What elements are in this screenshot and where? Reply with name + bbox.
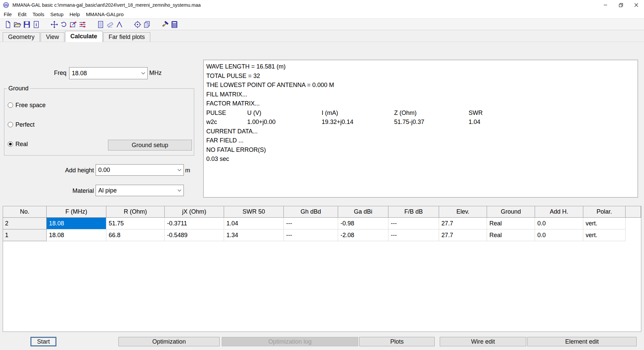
- close-button[interactable]: [629, 0, 644, 10]
- close-icon: [634, 3, 638, 7]
- col-polar: Polar.: [583, 206, 626, 218]
- tab-view[interactable]: View: [41, 32, 64, 42]
- add-height-combobox[interactable]: 0.00: [96, 164, 184, 176]
- col-no: No.: [3, 206, 47, 218]
- menu-file[interactable]: File: [1, 10, 15, 18]
- pulse-col: SWR: [469, 108, 635, 118]
- chevron-down-icon: [139, 72, 147, 75]
- tab-calculate[interactable]: Calculate: [65, 31, 103, 42]
- table-cell[interactable]: vert.: [583, 229, 626, 241]
- element-edit-button[interactable]: Element edit: [527, 337, 637, 346]
- table-cell[interactable]: vert.: [583, 218, 626, 229]
- radio-perfect-label: Perfect: [15, 121, 35, 128]
- start-button[interactable]: Start: [31, 337, 56, 346]
- menu-setup[interactable]: Setup: [47, 10, 66, 18]
- table-row: 2 18.08 51.75 -0.3711 1.04 --- -0.98 ---…: [3, 218, 641, 229]
- chevron-down-icon: [175, 189, 183, 192]
- pulse-cell: w2c: [206, 118, 247, 127]
- eraser-button[interactable]: [105, 20, 115, 29]
- table-cell[interactable]: 66.8: [106, 229, 165, 241]
- open-file-button[interactable]: [13, 20, 22, 29]
- table-cell[interactable]: -0.5489: [165, 229, 224, 241]
- table-cell[interactable]: -0.98: [338, 218, 388, 229]
- triangle-icon: [115, 20, 123, 29]
- info-icon: i: [32, 20, 40, 29]
- move-button[interactable]: [50, 20, 59, 29]
- app-window: MMANA-GAL basic c:\mmana-gal_basic\ant\2…: [0, 0, 644, 350]
- col-ground: Ground: [487, 206, 535, 218]
- menu-edit[interactable]: Edit: [15, 10, 30, 18]
- target-icon: [133, 20, 142, 29]
- col-f-mhz: F (MHz): [47, 206, 106, 218]
- menu-help[interactable]: Help: [66, 10, 83, 18]
- table-cell[interactable]: -2.08: [338, 229, 388, 241]
- title-bar: MMANA-GAL basic c:\mmana-gal_basic\ant\2…: [0, 0, 644, 10]
- document-button[interactable]: [96, 20, 105, 29]
- output-line: FACTOR MATRIX...: [206, 99, 635, 108]
- open-file-icon: [13, 20, 21, 29]
- export-window-button[interactable]: [68, 20, 78, 29]
- output-line: CURRENT DATA...: [206, 127, 635, 136]
- info-button[interactable]: i: [32, 20, 41, 29]
- rotate-button[interactable]: [59, 20, 68, 29]
- table-cell[interactable]: Real: [487, 218, 535, 229]
- output-line: 0.03 sec: [206, 155, 635, 164]
- tab-far-field-plots[interactable]: Far field plots: [103, 32, 150, 42]
- new-file-button[interactable]: [3, 20, 13, 29]
- target-button[interactable]: [133, 20, 142, 29]
- material-combobox[interactable]: Al pipe: [96, 185, 184, 196]
- col-r-ohm: R (Ohm): [106, 206, 165, 218]
- output-line: THE LOWEST POINT OF ANTENNA = 0.000 M: [206, 81, 635, 90]
- col-elev: Elev.: [439, 206, 487, 218]
- freq-value: 18.08: [69, 70, 139, 77]
- plots-button[interactable]: Plots: [359, 337, 435, 346]
- triangle-button[interactable]: [115, 20, 124, 29]
- table-cell[interactable]: -0.3711: [165, 218, 224, 229]
- output-line: WAVE LENGTH = 16.581 (m): [206, 62, 635, 72]
- radio-perfect[interactable]: Perfect: [8, 121, 35, 128]
- radio-free-space[interactable]: Free space: [8, 102, 46, 108]
- tools-button[interactable]: [160, 20, 170, 29]
- table-cell[interactable]: 51.75: [106, 218, 165, 229]
- settings-sliders-button[interactable]: [78, 20, 87, 29]
- radio-real[interactable]: Real: [8, 141, 28, 147]
- ground-groupbox: Ground Free space Perfect Real Ground se…: [4, 88, 194, 156]
- radio-free-space-label: Free space: [15, 102, 46, 109]
- table-cell[interactable]: 18.08: [47, 229, 106, 241]
- row-header[interactable]: 1: [3, 229, 47, 241]
- table-cell[interactable]: Real: [487, 229, 535, 241]
- material-value: Al pipe: [96, 187, 175, 194]
- table-cell[interactable]: 0.0: [535, 218, 583, 229]
- table-cell[interactable]: 0.0: [535, 229, 583, 241]
- output-line: TOTAL PULSE = 32: [206, 72, 635, 81]
- table-cell[interactable]: 1.34: [224, 229, 284, 241]
- table-cell[interactable]: ---: [284, 218, 338, 229]
- menu-mmana-galpro[interactable]: MMANA-GALpro: [83, 10, 127, 18]
- wire-edit-button[interactable]: Wire edit: [440, 337, 526, 346]
- row-header[interactable]: 2: [3, 218, 47, 229]
- restore-button[interactable]: [613, 0, 629, 10]
- table-cell[interactable]: 27.7: [439, 218, 487, 229]
- freq-combobox[interactable]: 18.08: [69, 67, 148, 79]
- table-cell[interactable]: 27.7: [439, 229, 487, 241]
- export-window-icon: [69, 20, 77, 29]
- table-cell[interactable]: ---: [284, 229, 338, 241]
- save-icon: [23, 20, 31, 29]
- tab-geometry[interactable]: Geometry: [3, 32, 40, 42]
- pulse-col: PULSE: [206, 108, 247, 118]
- calculator-button[interactable]: [170, 20, 179, 29]
- optimization-log-button: Optimization log: [222, 337, 358, 346]
- copy-button[interactable]: [142, 20, 152, 29]
- ground-setup-button[interactable]: Ground setup: [108, 140, 192, 150]
- col-jx-ohm: jX (Ohm): [165, 206, 224, 218]
- table-cell[interactable]: 1.04: [224, 218, 284, 229]
- col-add-h: Add H.: [535, 206, 583, 218]
- table-cell-selected[interactable]: 18.08: [47, 218, 106, 229]
- optimization-button[interactable]: Optimization: [118, 337, 220, 346]
- save-button[interactable]: [22, 20, 32, 29]
- table-cell[interactable]: ---: [388, 229, 439, 241]
- minimize-button[interactable]: [598, 0, 613, 10]
- table-cell[interactable]: ---: [388, 218, 439, 229]
- move-icon: [50, 20, 58, 29]
- menu-tools[interactable]: Tools: [30, 10, 47, 18]
